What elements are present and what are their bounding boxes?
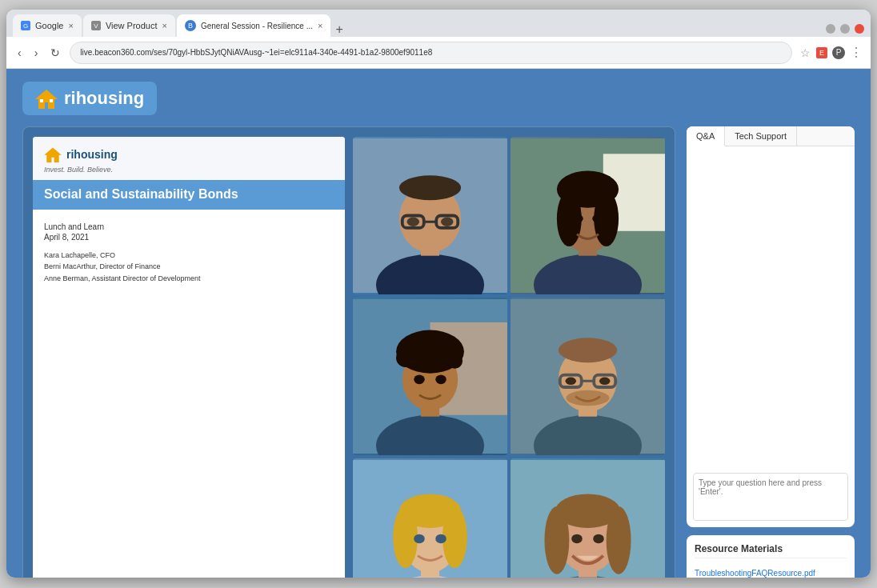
tab-general-session-close[interactable]: × [318, 21, 322, 30]
qa-content: Type your question here and press 'Enter… [687, 146, 855, 527]
video-cell-2 [511, 137, 665, 294]
tab-general-session-favicon: B [185, 20, 196, 31]
svg-marker-0 [35, 90, 58, 109]
svg-point-66 [607, 506, 631, 574]
svg-point-39 [435, 375, 447, 385]
tab-view-product-label: View Product [106, 21, 158, 30]
slide: rihousing Invest. Build. Believe. Social… [33, 137, 345, 578]
svg-point-65 [544, 506, 569, 574]
maximize-button[interactable] [840, 24, 850, 34]
browser-toolbar-icons: ☆ E P ⋮ [799, 46, 863, 59]
logo-box: rihousing [22, 82, 157, 115]
svg-point-57 [443, 506, 467, 568]
logo-house-icon [35, 88, 58, 109]
tab-google-close[interactable]: × [68, 21, 73, 30]
qa-textarea[interactable] [699, 478, 843, 515]
presentation-panel: rihousing Invest. Build. Believe. Social… [22, 126, 675, 578]
resource-link-1[interactable]: TroubleshootingFAQResource.pdf [695, 569, 815, 578]
profile-icon[interactable]: P [832, 46, 845, 59]
tab-general-session-label: General Session - Resilience ... [201, 22, 313, 30]
browser-toolbar: ‹ › ↻ live.beacon360.com/ses/70gyl-HbbSJ… [6, 37, 871, 69]
tab-view-product[interactable]: V View Product × [83, 14, 175, 37]
slide-logo-text: rihousing [66, 148, 118, 161]
address-bar[interactable]: live.beacon360.com/ses/70gyl-HbbSJytQNiA… [70, 42, 792, 64]
browser-tabs: G Google × V View Product × B General Se… [6, 10, 871, 37]
reload-button[interactable]: ↻ [47, 45, 63, 61]
video-cell-4 [511, 298, 665, 455]
svg-point-50 [599, 377, 611, 385]
video-cell-5 [353, 458, 507, 578]
video-cell-1 [353, 137, 507, 294]
slide-body: Lunch and Learn April 8, 2021 Kara Lacha… [33, 216, 345, 578]
qa-panel: Q&A Tech Support Type your question here… [687, 126, 855, 527]
tab-google-label: Google [35, 21, 63, 30]
presenter-1: Kara Lachapelle, CFO [44, 250, 334, 261]
back-button[interactable]: ‹ [14, 45, 25, 61]
tab-view-product-favicon: V [91, 21, 101, 30]
qa-input-area[interactable]: Type your question here and press 'Enter… [693, 473, 848, 521]
svg-point-23 [571, 214, 583, 224]
svg-point-58 [414, 534, 425, 544]
tab-google[interactable]: G Google × [13, 14, 82, 37]
svg-point-24 [592, 214, 604, 224]
slide-date: April 8, 2021 [44, 233, 334, 242]
tab-google-favicon: G [21, 21, 30, 30]
minimize-button[interactable] [826, 24, 835, 34]
slide-tagline: Invest. Build. Believe. [44, 166, 334, 174]
svg-point-38 [414, 375, 425, 385]
bookmark-icon[interactable]: ☆ [799, 46, 811, 59]
slide-logo-row: rihousing [44, 146, 334, 162]
svg-marker-3 [44, 148, 62, 162]
presentation-area: rihousing Invest. Build. Believe. Social… [23, 127, 675, 578]
presenter-3: Anne Berman, Assistant Director of Devel… [44, 273, 334, 284]
svg-point-44 [559, 338, 617, 362]
svg-rect-2 [50, 99, 53, 102]
logo-container: rihousing [22, 82, 855, 115]
slide-title: Social and Sustainability Bonds [44, 186, 334, 203]
forward-button[interactable]: › [31, 45, 42, 61]
slide-subtitle: Lunch and Learn [44, 222, 334, 231]
tab-tech-support[interactable]: Tech Support [725, 126, 797, 146]
slide-logo-icon [44, 146, 62, 162]
video-grid [353, 137, 665, 578]
svg-point-59 [435, 534, 447, 544]
tab-qa[interactable]: Q&A [687, 126, 725, 146]
svg-point-37 [447, 354, 463, 369]
browser-window: G Google × V View Product × B General Se… [6, 10, 871, 578]
svg-point-14 [441, 217, 453, 226]
svg-point-13 [407, 217, 419, 226]
qa-tabs: Q&A Tech Support [687, 126, 855, 146]
video-cell-6 [511, 458, 665, 578]
resource-panel: Resource Materials TroubleshootingFAQRes… [687, 535, 855, 578]
svg-point-56 [393, 506, 418, 568]
new-tab-button[interactable]: + [332, 22, 346, 37]
presenter-2: Berni MacArthur, Director of Finance [44, 261, 334, 272]
svg-point-67 [571, 534, 583, 544]
svg-point-45 [566, 390, 609, 406]
tab-view-product-close[interactable]: × [162, 21, 167, 30]
slide-presenters: Kara Lachapelle, CFO Berni MacArthur, Di… [44, 250, 334, 284]
tab-general-session[interactable]: B General Session - Resilience ... × [177, 14, 331, 37]
slide-header: rihousing Invest. Build. Believe. [33, 137, 345, 180]
svg-point-68 [593, 534, 604, 544]
settings-icon[interactable]: ⋮ [850, 46, 863, 59]
page-content: rihousing rihousing [6, 69, 871, 578]
slide-title-box: Social and Sustainability Bonds [33, 180, 345, 210]
address-text: live.beacon360.com/ses/70gyl-HbbSJytQNiA… [80, 48, 432, 57]
close-button[interactable] [855, 24, 864, 34]
resource-materials-title: Resource Materials [695, 543, 847, 558]
svg-rect-1 [40, 99, 43, 102]
extensions-icon[interactable]: E [816, 47, 827, 58]
svg-point-9 [399, 175, 461, 200]
video-cell-3 [353, 298, 507, 455]
right-panel: Q&A Tech Support Type your question here… [687, 126, 855, 578]
logo-text: rihousing [64, 88, 144, 109]
svg-point-49 [566, 377, 577, 385]
main-layout: rihousing Invest. Build. Believe. Social… [22, 126, 855, 578]
